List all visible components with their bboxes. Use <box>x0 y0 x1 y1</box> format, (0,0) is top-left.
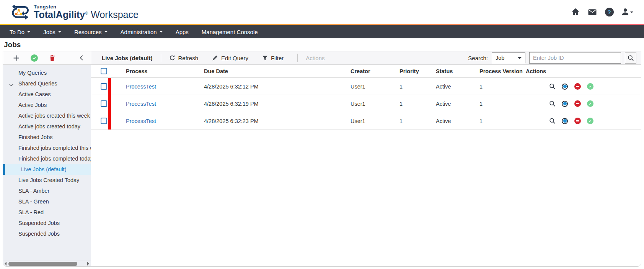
creator-cell: User1 <box>351 84 399 90</box>
user-icon[interactable] <box>621 7 633 17</box>
col-status: Status <box>436 68 479 74</box>
scroll-left-arrow[interactable] <box>5 262 7 266</box>
process-link[interactable]: ProcessTest <box>126 84 156 90</box>
sidebar-toolbar <box>3 51 91 65</box>
search-category-select[interactable]: Job <box>492 52 525 63</box>
magnifier-icon[interactable] <box>549 83 556 90</box>
minus-circle-icon[interactable] <box>574 118 581 125</box>
chevron-down-icon <box>160 31 163 34</box>
sidebar-item-live-jobs-default[interactable]: Live Jobs (default) <box>3 164 91 175</box>
brand-totalagility: TotalAgility <box>34 9 85 20</box>
sidebar-item-sla-green[interactable]: SLA - Green <box>3 196 91 207</box>
select-row-checkbox[interactable] <box>101 100 107 107</box>
chevron-down-icon <box>630 11 633 15</box>
nav-item-administration[interactable]: Administration <box>114 25 169 38</box>
sidebar-item-finished-jobs-this-week[interactable]: Finished jobs completed this week <box>3 143 91 153</box>
check-circle-icon[interactable] <box>587 100 593 107</box>
magnifier-icon <box>628 55 634 61</box>
check-circle-icon <box>31 54 38 62</box>
job-row: ProcessTest 4/28/2025 6:32:12 PM User1 1… <box>91 78 641 95</box>
sidebar-item-my-queries[interactable]: My Queries <box>3 67 91 78</box>
scrollbar-thumb[interactable] <box>8 262 77 266</box>
sidebar-item-live-jobs-created-today[interactable]: Live Jobs Created Today <box>3 175 91 185</box>
job-id-input[interactable] <box>529 52 621 64</box>
minus-circle-icon[interactable] <box>574 83 581 90</box>
select-row-checkbox[interactable] <box>101 118 107 124</box>
totalagility-logo[interactable]: Tungsten TotalAgility® Workspace <box>11 3 139 20</box>
due-date-cell: 4/28/2025 6:32:19 PM <box>204 101 351 107</box>
jobs-main-pane: Live Jobs (default) Refresh Edit Query <box>91 51 641 266</box>
sidebar-item-finished-jobs[interactable]: Finished Jobs <box>3 132 91 143</box>
creator-cell: User1 <box>351 101 399 107</box>
col-process-version: Process Version <box>479 68 526 74</box>
collapse-sidebar-button[interactable] <box>78 54 85 62</box>
toolbar-divider <box>161 54 161 62</box>
col-creator: Creator <box>351 68 399 74</box>
page-title: Jobs <box>4 41 21 49</box>
sidebar-item-active-jobs-this-week[interactable]: Active jobs created this week <box>3 110 91 121</box>
chevron-down-icon <box>58 31 61 34</box>
sidebar-item-suspended-jobs[interactable]: Suspended Jobs <box>3 218 91 228</box>
minus-circle-icon[interactable] <box>574 100 581 107</box>
col-priority: Priority <box>399 68 436 74</box>
sla-red-indicator <box>108 112 111 130</box>
table-header-row: Process Due Date Creator Priority Status… <box>91 65 641 78</box>
sidebar-item-sla-red[interactable]: SLA - Red <box>3 207 91 218</box>
check-circle-icon[interactable] <box>587 83 593 90</box>
query-sidebar: My Queries Shared Queries Active Cases A… <box>3 51 91 266</box>
edit-query-button[interactable]: Edit Query <box>212 55 248 61</box>
scroll-right-arrow[interactable] <box>87 262 89 266</box>
job-row: ProcessTest 4/28/2025 6:32:19 PM User1 1… <box>91 95 641 112</box>
nav-item-jobs[interactable]: Jobs <box>37 25 68 38</box>
status-cell: Active <box>436 118 479 124</box>
nav-item-management-console[interactable]: Management Console <box>195 25 264 38</box>
sidebar-item-sla-amber[interactable]: SLA - Amber <box>3 185 91 196</box>
totalagility-logo-icon <box>11 3 30 20</box>
sidebar-item-suspended-jobs-2[interactable]: Suspended Jobs <box>3 228 91 239</box>
nav-item-todo[interactable]: To Do <box>3 25 37 38</box>
toolbar-divider <box>297 54 298 62</box>
sidebar-item-active-jobs[interactable]: Active Jobs <box>3 100 91 110</box>
process-version-cell: 1 <box>479 118 526 124</box>
actions-button[interactable]: Actions <box>306 55 324 61</box>
sla-red-indicator <box>108 95 111 112</box>
sidebar-item-active-jobs-today[interactable]: Active jobs created today <box>3 121 91 132</box>
magnifier-icon[interactable] <box>549 118 556 125</box>
select-row-checkbox[interactable] <box>101 83 107 90</box>
bullseye-icon[interactable] <box>561 83 568 90</box>
search-label: Search: <box>468 55 488 61</box>
magnifier-icon[interactable] <box>549 100 556 107</box>
sidebar-hscrollbar[interactable] <box>3 261 91 266</box>
home-icon[interactable] <box>571 7 580 17</box>
priority-cell: 1 <box>399 84 436 90</box>
delete-query-button[interactable] <box>48 54 56 62</box>
chevron-down-icon <box>104 31 108 34</box>
sla-red-indicator <box>108 78 111 95</box>
filter-icon <box>262 55 268 61</box>
add-query-button[interactable] <box>12 54 20 62</box>
filter-button[interactable]: Filter <box>262 55 284 61</box>
nav-item-apps[interactable]: Apps <box>169 25 195 38</box>
trash-icon <box>49 55 55 61</box>
search-button[interactable] <box>625 52 636 64</box>
process-link[interactable]: ProcessTest <box>126 101 156 107</box>
sidebar-item-active-cases[interactable]: Active Cases <box>3 89 91 100</box>
check-circle-icon[interactable] <box>587 118 593 125</box>
pencil-icon <box>212 55 218 61</box>
sidebar-item-shared-queries[interactable]: Shared Queries <box>3 78 91 89</box>
current-query-name: Live Jobs (default) <box>102 55 153 61</box>
creator-cell: User1 <box>351 118 399 124</box>
confirm-query-button[interactable] <box>30 54 38 62</box>
refresh-button[interactable]: Refresh <box>169 55 199 61</box>
brand-tungsten: Tungsten <box>34 4 139 10</box>
bullseye-icon[interactable] <box>561 100 568 107</box>
select-all-checkbox[interactable] <box>101 68 107 74</box>
jobs-toolbar: Live Jobs (default) Refresh Edit Query <box>91 51 641 65</box>
bullseye-icon[interactable] <box>561 118 568 125</box>
process-link[interactable]: ProcessTest <box>126 118 156 124</box>
brand-workspace: Workspace <box>88 9 139 20</box>
mail-icon[interactable] <box>587 7 597 17</box>
nav-item-resources[interactable]: Resources <box>68 25 114 38</box>
help-icon[interactable]: ? <box>604 7 614 17</box>
sidebar-item-finished-jobs-today[interactable]: Finished jobs completed today <box>3 153 91 164</box>
